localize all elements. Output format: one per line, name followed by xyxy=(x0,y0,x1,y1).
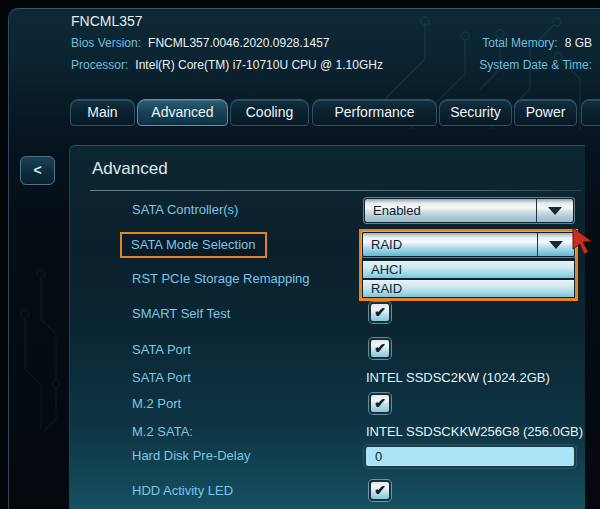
hard-disk-pre-delay-input[interactable] xyxy=(364,445,576,468)
m2-port-checkbox[interactable]: ✔ xyxy=(369,393,391,414)
sata-controllers-dropdown[interactable]: Enabled xyxy=(364,198,574,223)
processor-label: Processor: xyxy=(71,58,128,72)
sata-mode-select-highlight: RAID AHCI RAID xyxy=(359,229,578,301)
tab-power[interactable]: Power xyxy=(514,99,577,126)
sata-mode-option-list: AHCI RAID xyxy=(362,260,575,298)
sata-mode-dropdown-button[interactable] xyxy=(537,233,574,256)
datetime-label: System Date & Time: xyxy=(479,58,592,72)
total-memory-row: Total Memory: 8 GB xyxy=(482,36,592,50)
tab-advanced[interactable]: Advanced xyxy=(137,99,228,126)
tab-main[interactable]: Main xyxy=(70,99,135,126)
sata-port-checkbox[interactable]: ✔ xyxy=(369,338,391,359)
tab-cooling[interactable]: Cooling xyxy=(230,99,309,126)
label-smart-self-test: SMART Self Test xyxy=(132,306,230,321)
smart-self-test-checkbox[interactable]: ✔ xyxy=(369,302,391,323)
back-button[interactable]: < xyxy=(20,156,55,185)
label-m2-sata: M.2 SATA: xyxy=(132,424,193,439)
processor-value: Intel(R) Core(TM) i7-10710U CPU @ 1.10GH… xyxy=(135,58,383,72)
sata-port-device-value: INTEL SSDSC2KW (1024.2GB) xyxy=(366,370,550,385)
page-title: Advanced xyxy=(92,159,168,179)
checkmark-icon: ✔ xyxy=(374,396,386,410)
circuit-pattern xyxy=(11,259,69,459)
tab-performance[interactable]: Performance xyxy=(312,99,437,126)
m2-sata-device-value: INTEL SSDSCKKW256G8 (256.0GB) xyxy=(366,424,583,439)
bios-screen: FNCML357 Bios Version: FNCML357.0046.202… xyxy=(0,0,600,509)
label-sata-mode-selection-highlight: SATA Mode Selection xyxy=(120,232,267,258)
total-memory-value: 8 GB xyxy=(565,36,592,50)
label-hard-disk-pre-delay: Hard Disk Pre-Delay xyxy=(132,448,250,463)
heading-divider xyxy=(90,190,582,191)
datetime-row: System Date & Time: xyxy=(479,58,592,72)
option-ahci[interactable]: AHCI xyxy=(363,261,574,278)
board-title: FNCML357 xyxy=(71,13,143,29)
bios-version-row: Bios Version: FNCML357.0046.2020.0928.14… xyxy=(71,36,330,50)
bios-window: FNCML357 Bios Version: FNCML357.0046.202… xyxy=(8,8,600,509)
label-rst-pcie-remapping: RST PCIe Storage Remapping xyxy=(132,271,310,286)
bios-version-label: Bios Version: xyxy=(71,36,141,50)
chevron-down-icon xyxy=(548,207,562,215)
option-raid[interactable]: RAID xyxy=(363,280,574,297)
chevron-down-icon xyxy=(549,241,563,249)
sata-controllers-dropdown-value[interactable]: Enabled xyxy=(365,199,536,222)
checkmark-icon: ✔ xyxy=(374,483,386,497)
sata-mode-dropdown-value[interactable]: RAID xyxy=(363,233,537,256)
label-sata-port-device: SATA Port xyxy=(132,370,191,385)
processor-row: Processor: Intel(R) Core(TM) i7-10710U C… xyxy=(71,58,383,72)
label-hdd-activity-led: HDD Activity LED xyxy=(132,483,233,498)
checkmark-icon: ✔ xyxy=(374,305,386,319)
checkmark-icon: ✔ xyxy=(374,341,386,355)
tab-security[interactable]: Security xyxy=(439,99,512,126)
label-sata-port: SATA Port xyxy=(132,342,191,357)
sata-controllers-dropdown-button[interactable] xyxy=(536,199,573,222)
tab-partial[interactable] xyxy=(581,99,600,126)
bios-version-value: FNCML357.0046.2020.0928.1457 xyxy=(148,36,329,50)
label-m2-port: M.2 Port xyxy=(132,396,181,411)
total-memory-label: Total Memory: xyxy=(482,36,557,50)
advanced-panel: Advanced SATA Controller(s) Enabled SATA… xyxy=(69,145,585,509)
sata-mode-dropdown[interactable]: RAID xyxy=(362,232,575,257)
label-sata-controllers: SATA Controller(s) xyxy=(132,202,238,217)
hdd-activity-led-checkbox[interactable]: ✔ xyxy=(369,480,391,501)
